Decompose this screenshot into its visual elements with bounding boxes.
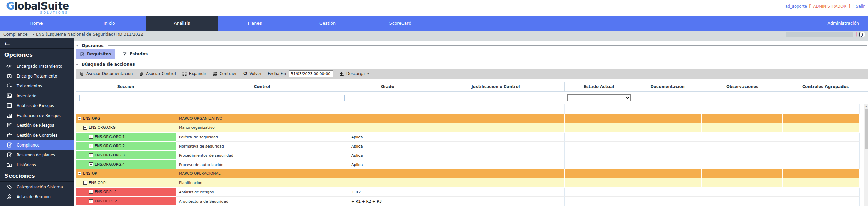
empty-cell	[633, 104, 702, 114]
cell	[702, 188, 783, 197]
expand-row-icon[interactable]: +	[89, 135, 93, 139]
control-cell: Proceso de autorización	[176, 160, 348, 169]
cell	[783, 178, 860, 188]
collapse-row-icon[interactable]: −	[83, 126, 87, 130]
fecha-fin-input[interactable]	[289, 70, 333, 77]
sidebar-item-categorizacion-sistema[interactable]: Categorización Sistema	[0, 182, 74, 192]
controles-agrupados-filter-input[interactable]	[787, 95, 860, 101]
actions-toolbar: Asociar DocumentaciónAsociar ControlExpa…	[76, 69, 868, 79]
help-icon[interactable]: ?	[859, 32, 865, 37]
seccion-label: ENS.ORG.ORG	[89, 125, 116, 130]
table-body: −ENS.ORGMARCO ORGANIZATIVO−ENS.ORG.ORGMa…	[76, 104, 868, 206]
asociar-control-button[interactable]: Asociar Control	[139, 71, 176, 76]
volver-button[interactable]: ↺Volver	[243, 71, 262, 76]
nav-item-planes[interactable]: Planes	[218, 16, 291, 31]
cell	[565, 123, 633, 133]
collapse-row-icon[interactable]: −	[78, 117, 81, 120]
seccion-filter-input[interactable]	[79, 95, 172, 101]
top-strip	[74, 38, 868, 41]
nav-item-administracion[interactable]: Administración	[819, 16, 868, 31]
expand-icon	[182, 71, 187, 76]
filter-cell-observaciones	[702, 92, 783, 104]
expand-row-icon[interactable]: +	[89, 153, 93, 157]
sidebar-item-analisis-de-riesgos[interactable]: Análisis de Riesgos	[0, 101, 74, 110]
table-row: +ENS.ORG.ORG.3Procedimientos de segurida…	[76, 151, 864, 160]
descarga-button[interactable]: Descarga ▾	[339, 71, 369, 76]
search-panel-header[interactable]: ▸ Búsqueda de acciones	[76, 61, 868, 67]
expand-row-icon[interactable]: +	[89, 144, 93, 148]
table-row: +ENS.OP.PL.2Arquitectura de Seguridad+ R…	[76, 197, 864, 206]
expandir-button[interactable]: Expandir	[182, 71, 206, 76]
empty-cell	[76, 104, 176, 114]
cell	[783, 197, 860, 206]
nav-item-scorecard[interactable]: ScoreCard	[364, 16, 437, 31]
table-row: +ENS.ORG.ORG.4Proceso de autorizaciónApl…	[76, 160, 864, 169]
tabs-row: RequisitosEstados	[76, 49, 868, 59]
options-panel-header[interactable]: ▾ Opciones	[76, 41, 868, 49]
grado-label: Aplica	[348, 162, 363, 167]
documentacion-filter-input[interactable]	[637, 95, 698, 101]
breadcrumb-module: Compliance	[3, 32, 28, 37]
collapse-row-icon[interactable]: −	[83, 181, 87, 185]
tab-requisitos[interactable]: Requisitos	[76, 49, 115, 59]
breadcrumb-title: ENS (Esquema Nacional de Seguridad) RD 3…	[36, 32, 143, 37]
expand-row-icon[interactable]: +	[89, 162, 93, 166]
sidebar-item-gestion-de-riesgos[interactable]: Gestión de Riesgos	[0, 120, 74, 130]
column-header-documentacion: Documentación	[633, 82, 702, 91]
grado-filter-input[interactable]	[352, 95, 423, 101]
sidebar-item-encargado-tratamiento[interactable]: Encargado Tratamiento	[0, 61, 74, 71]
sidebar-item-encargo-tratamiento[interactable]: Encargo Tratamiento	[0, 71, 74, 81]
scroll-up-icon[interactable]: ▲	[864, 104, 868, 108]
undo-icon: ↺	[243, 71, 247, 76]
username: ad_soporte	[785, 4, 807, 9]
control-cell: Análisis de riesgos	[176, 188, 348, 197]
contraer-button[interactable]: Contraer	[213, 71, 237, 76]
collapse-row-icon[interactable]: −	[78, 172, 81, 175]
sidebar-item-compliance[interactable]: Compliance	[0, 140, 74, 150]
expand-row-icon[interactable]: +	[89, 190, 93, 194]
sidebar-item-inventario[interactable]: Inventario	[0, 91, 74, 101]
control-label: Análisis de riesgos	[176, 190, 214, 194]
table-filter-row	[76, 92, 868, 104]
sidebar-item-label: Resumen de planes	[17, 153, 55, 157]
scrollbar-thumb[interactable]	[865, 109, 868, 149]
sidebar-item-resumen-de-planes[interactable]: Resumen de planes	[0, 150, 74, 160]
cell	[783, 114, 860, 123]
cell	[702, 160, 783, 169]
control-filter-input[interactable]	[180, 95, 345, 101]
vertical-scrollbar[interactable]: ▲	[864, 104, 868, 206]
sidebar-item-tratamientos[interactable]: Tratamientos	[0, 81, 74, 91]
estado-actual-filter-select[interactable]	[567, 94, 631, 101]
cell	[427, 123, 565, 133]
nav-item-gestion[interactable]: Gestión	[291, 16, 364, 31]
grado-cell: Aplica	[348, 160, 427, 169]
options-panel-label: Opciones	[82, 43, 104, 48]
control-label: MARCO ORGANIZATIVO	[176, 116, 222, 121]
column-header-justificacion-o-control: Justificación o Control	[427, 82, 565, 91]
tab-estados[interactable]: Estados	[118, 49, 152, 59]
cell	[565, 178, 633, 188]
column-header-observaciones: Observaciones	[702, 82, 783, 91]
sidebar-item-actas-de-reunion[interactable]: Actas de Reunión	[0, 192, 74, 202]
person-icon	[6, 194, 12, 200]
contract-icon	[213, 71, 218, 76]
asociar-documentacion-button[interactable]: Asociar Documentación	[79, 71, 133, 76]
seccion-label: ENS.ORG.ORG.1	[95, 135, 125, 139]
sidebar-item-evaluacion-de-riesgos[interactable]: Evaluación de Riesgos	[0, 110, 74, 120]
bar-chart-icon	[6, 113, 12, 118]
sidebar-item-gestion-de-controles[interactable]: Gestión de Controles	[0, 130, 74, 140]
control-cell: MARCO OPERACIONAL	[176, 169, 348, 178]
expand-row-icon[interactable]: +	[89, 199, 93, 203]
nav-item-analisis[interactable]: Análisis	[146, 16, 218, 31]
nav-item-inicio[interactable]: Inicio	[73, 16, 146, 31]
logout-link[interactable]: Salir	[856, 4, 865, 9]
cell	[783, 151, 860, 160]
sidebar-item-historicos[interactable]: Históricos	[0, 160, 74, 170]
cell	[702, 178, 783, 188]
sidebar-collapse-button[interactable]: ←	[0, 38, 74, 49]
cell	[633, 151, 702, 160]
nav-item-home[interactable]: Home	[0, 16, 73, 31]
cell	[427, 188, 565, 197]
control-label: Normativa de seguridad	[176, 144, 224, 149]
logo-text: GlobalSuite	[6, 1, 69, 11]
